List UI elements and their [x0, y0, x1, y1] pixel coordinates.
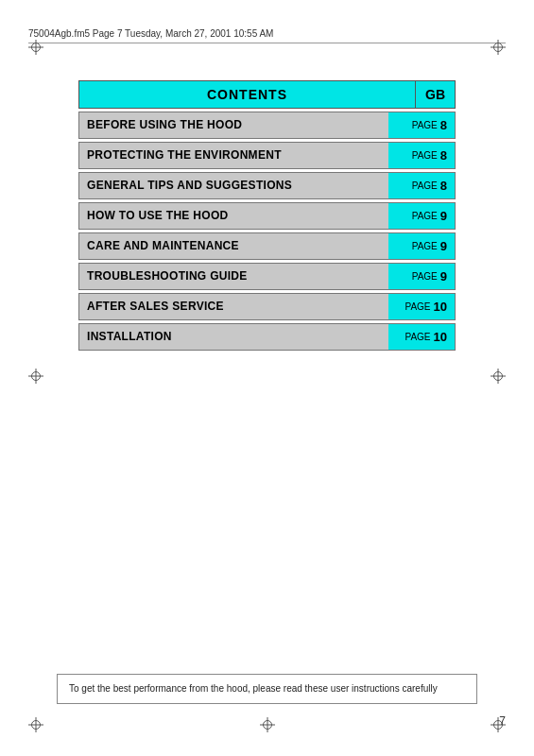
toc-row-4: HOW TO USE THE HOOD PAGE 9 [78, 202, 456, 230]
page-num-1: 8 [440, 118, 447, 132]
page-word-2: PAGE [412, 150, 438, 161]
page-word-3: PAGE [412, 180, 438, 191]
page-container: 75004Agb.fm5 Page 7 Tuesday, March 27, 2… [0, 0, 534, 756]
bottom-note-text: To get the best performance from the hoo… [69, 683, 438, 694]
toc-row-7: AFTER SALES SERVICE PAGE 10 [78, 293, 456, 320]
toc-page-5: PAGE 9 [388, 233, 455, 259]
page-num-5: 9 [440, 239, 447, 253]
header-line: 75004Agb.fm5 Page 7 Tuesday, March 27, 2… [28, 28, 506, 43]
toc-row-2: PROTECTING THE ENVIRONMENT PAGE 8 [78, 142, 456, 169]
content-area: CONTENTS GB BEFORE USING THE HOOD PAGE 8… [78, 80, 456, 353]
page-word-5: PAGE [412, 241, 438, 251]
page-num-6: 9 [440, 269, 447, 284]
contents-header: CONTENTS GB [78, 80, 456, 109]
crosshair-bottom-left [28, 717, 43, 732]
toc-page-8: PAGE 10 [388, 324, 455, 350]
toc-label-3: GENERAL TIPS AND SUGGESTIONS [79, 173, 388, 198]
toc-row-1: BEFORE USING THE HOOD PAGE 8 [78, 112, 456, 139]
page-num-4: 9 [440, 209, 447, 223]
page-word-6: PAGE [412, 271, 438, 282]
toc-label-7: AFTER SALES SERVICE [79, 294, 388, 319]
toc-label-4: HOW TO USE THE HOOD [79, 203, 388, 229]
toc-label-1: BEFORE USING THE HOOD [79, 112, 388, 138]
contents-title: CONTENTS [78, 80, 415, 109]
toc-label-2: PROTECTING THE ENVIRONMENT [79, 143, 388, 168]
page-word-4: PAGE [412, 211, 438, 221]
crosshair-mid-left [28, 369, 43, 384]
contents-gb: GB [415, 80, 456, 109]
page-word-8: PAGE [405, 332, 430, 342]
crosshair-top-right [491, 40, 506, 55]
toc-row-6: TROUBLESHOOTING GUIDE PAGE 9 [78, 263, 456, 290]
toc-label-8: INSTALLATION [79, 324, 388, 350]
toc-row-8: INSTALLATION PAGE 10 [78, 323, 456, 351]
toc-page-4: PAGE 9 [388, 203, 455, 229]
toc-page-6: PAGE 9 [388, 264, 455, 289]
toc-row-3: GENERAL TIPS AND SUGGESTIONS PAGE 8 [78, 172, 456, 199]
page-word-1: PAGE [412, 120, 438, 130]
toc-page-2: PAGE 8 [388, 143, 455, 168]
page-num-2: 8 [440, 148, 447, 163]
toc-row-5: CARE AND MAINTENANCE PAGE 9 [78, 232, 456, 260]
toc-page-7: PAGE 10 [388, 294, 455, 319]
page-num-7: 10 [434, 300, 447, 314]
page-num-3: 8 [440, 179, 447, 193]
crosshair-bottom-center [260, 717, 275, 732]
toc-page-3: PAGE 8 [388, 173, 455, 198]
page-word-7: PAGE [405, 301, 430, 312]
toc-page-1: PAGE 8 [388, 112, 455, 138]
crosshair-top-left [28, 40, 43, 55]
toc-label-5: CARE AND MAINTENANCE [79, 233, 388, 259]
page-num-8: 10 [434, 330, 447, 344]
page-number: 7 [499, 714, 506, 728]
bottom-note-box: To get the best performance from the hoo… [57, 674, 477, 704]
crosshair-mid-right [491, 369, 506, 384]
toc-label-6: TROUBLESHOOTING GUIDE [79, 264, 388, 289]
header-text: 75004Agb.fm5 Page 7 Tuesday, March 27, 2… [28, 28, 273, 39]
